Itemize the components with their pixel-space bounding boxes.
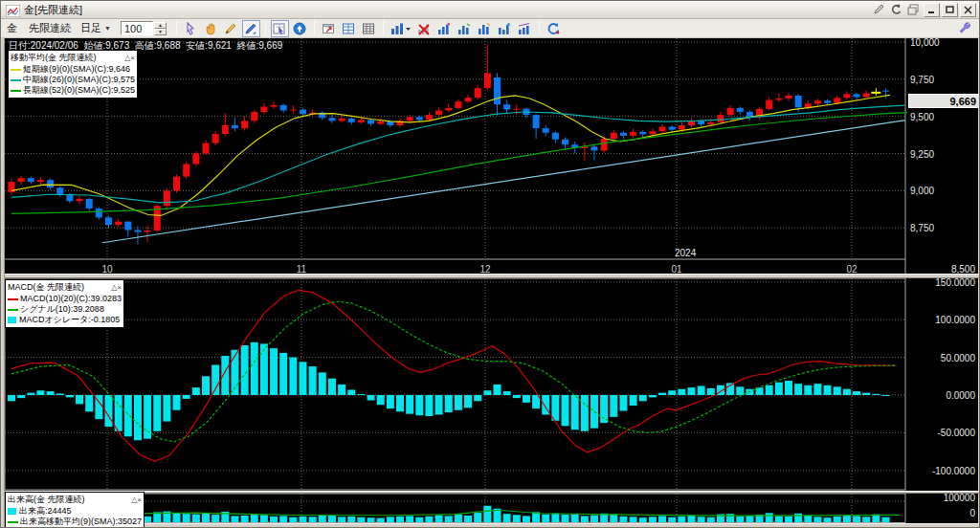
indicator-3-button[interactable] [476,20,494,37]
oscillator-swatch [8,317,16,323]
refresh-button[interactable] [545,20,563,37]
axis-tick-label: 0.0000 [910,390,977,401]
month-tick-label: 10 [101,264,112,275]
indicator-4-button[interactable] [496,20,514,37]
settings-wrench-icon[interactable] [958,21,971,36]
legend-row: 出来高:24445 [8,506,142,517]
macd-panel[interactable] [5,278,979,491]
legend-row: 長期線(52)(0)(SMA)(C):9,525 [11,85,135,96]
grid-table-button[interactable] [360,20,378,37]
ma-long-swatch [11,90,21,92]
select-cursor-button[interactable] [182,20,200,37]
month-tick-label: 11 [297,264,306,275]
chart-type-button[interactable] [389,20,413,37]
axis-tick-label: 0 [910,508,977,518]
axis-tick-label: 50.0000 [910,353,977,363]
indicator-1-button[interactable] [435,20,454,37]
chart-app-icon [6,4,20,16]
toolbar: 金 先限連続 日足▼ 100 ▲▼ [1,19,979,38]
spin-up-icon[interactable]: ▲ [154,22,167,29]
ma-mid-swatch [11,79,21,81]
price-panel[interactable] [5,38,979,274]
legend-collapse-close-icons[interactable]: △× [124,54,135,62]
close-button[interactable] [960,3,976,17]
legend-row: MACD(10)(20)(C):39.0283 [8,294,122,304]
legend-row: 出来高移動平均(9)(SMA):35027 [8,517,142,527]
chevron-down-icon: ▼ [104,25,111,32]
macd-line-swatch [8,298,18,300]
panel-separator [5,274,979,278]
maximize-button[interactable] [942,3,958,17]
ma-short-swatch [11,69,21,71]
app-window: 金[先限連続] 金 先限連続 日足▼ 100 ▲▼ [0,0,980,528]
ma-legend-title: 移動平均(金 先限連続) [11,52,97,64]
spin-down-icon[interactable]: ▼ [154,29,167,35]
axis-tick-label: 9,000 [910,186,977,196]
draw-pencil-button[interactable] [242,20,260,37]
axis-tick-label: 100.0000 [910,315,977,325]
axis-tick-label: 9,750 [910,75,977,85]
volume-panel[interactable] [5,494,979,524]
pan-hand-button[interactable] [202,20,220,37]
volume-swatch [8,508,16,515]
crosshair-chart-button[interactable] [271,20,289,37]
indicator-2-button[interactable] [456,20,474,37]
bars-count-input[interactable]: 100 ▲▼ [121,21,167,35]
axis-tick-label: 10,000 [910,37,977,48]
axis-tick-label: 8,750 [910,223,977,233]
month-tick-label: 01 [671,264,681,275]
axis-tick-label: 9,250 [910,149,977,160]
duplicate-window-icon[interactable] [905,3,922,17]
timeframe-select[interactable]: 日足▼ [80,21,111,35]
legend-collapse-close-icons[interactable]: △× [111,283,122,292]
legend-row: 短期線(9)(0)(SMA)(C):9,646 [11,64,135,75]
month-tick-label: 02 [846,264,857,275]
scroll-latest-button[interactable] [291,20,309,37]
volume-legend: 出来高(金 先限連続) △× 出来高:24445 出来高移動平均(9)(SMA)… [5,492,145,528]
minimize-button[interactable] [924,3,940,17]
signal-line-swatch [8,309,18,311]
legend-row: MACDオシレータ:-0.1805 [8,315,122,325]
last-price-tag: 9,669 [908,94,980,108]
macd-legend: MACD(金 先限連続) △× MACD(10)(20)(C):39.0283 … [5,279,124,328]
chart-area: 日付:2024/02/06 始値:9,673 高値:9,688 安値:9,621… [4,38,978,528]
indicator-5-button[interactable] [516,20,534,37]
month-tick-label: 12 [479,264,490,275]
year-label: 2024 [675,248,696,258]
legend-row: シグナル(10):39.2088 [8,304,122,315]
legend-collapse-close-icons[interactable]: △× [131,495,142,504]
reload-icon[interactable] [888,3,904,17]
window-title: 金[先限連続] [24,1,870,19]
titlebar[interactable]: 金[先限連続] [1,1,979,19]
instrument-label: 金 [7,21,17,35]
new-window-button[interactable] [320,20,338,37]
annotate-icon[interactable] [871,3,887,17]
axis-tick-label: 8,500 [910,264,977,275]
macd-legend-title: MACD(金 先限連続) [8,281,84,294]
axis-tick-label: -100.0000 [910,466,977,476]
axis-tick-label: -50.0000 [910,428,977,438]
volume-legend-title: 出来高(金 先限連続) [8,494,85,506]
draw-line-button[interactable] [222,20,240,37]
axis-tick-label: 150.0000 [910,277,977,288]
remove-indicator-button[interactable] [415,20,434,37]
series-label: 先限連続 [29,21,71,35]
grid-layout-button[interactable] [340,20,358,37]
ma-legend: 移動平均(金 先限連続) △× 短期線(9)(0)(SMA)(C):9,646 … [8,50,138,99]
axis-tick-label: 100000 [910,493,977,503]
window-bottom-strip [5,523,979,528]
axis-tick-label: 9,500 [910,112,977,122]
panel-separator [5,491,979,494]
volume-ma-swatch [8,521,18,523]
legend-row: 中期線(26)(0)(SMA)(C):9,575 [11,75,135,85]
